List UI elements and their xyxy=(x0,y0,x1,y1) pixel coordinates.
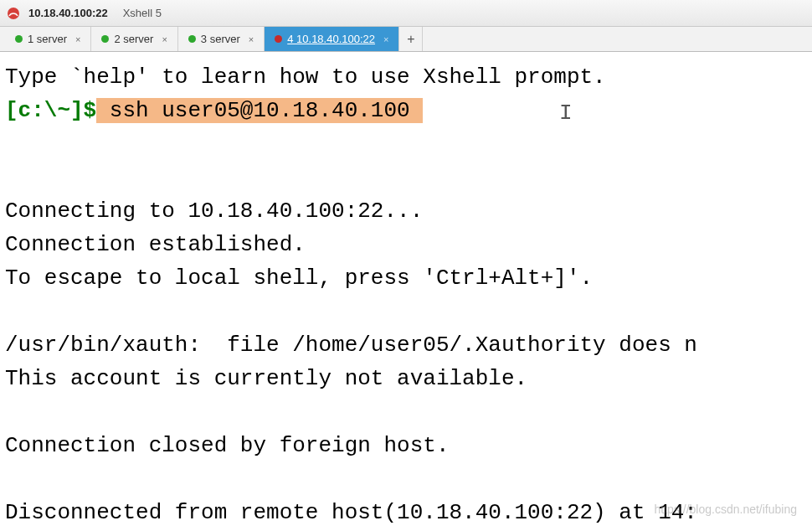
terminal-command-highlight: ssh user05@10.18.40.100 xyxy=(96,98,423,123)
app-icon xyxy=(7,7,20,20)
close-icon[interactable]: × xyxy=(383,34,388,44)
close-icon[interactable]: × xyxy=(162,34,167,44)
text-cursor-icon: I xyxy=(559,96,573,130)
status-dot-icon xyxy=(101,35,109,43)
status-dot-icon xyxy=(188,35,196,43)
tab-bar: 1 server × 2 server × 3 server × 4 10.18… xyxy=(0,27,812,52)
status-dot-icon xyxy=(275,35,282,43)
window-title: 10.18.40.100:22 xyxy=(28,7,108,19)
app-name-label: Xshell 5 xyxy=(123,7,162,19)
terminal-line: Type `help' to learn how to use Xshell p… xyxy=(5,64,606,90)
status-dot-icon xyxy=(15,35,23,43)
terminal-area[interactable]: Type `help' to learn how to use Xshell p… xyxy=(0,52,812,531)
tab-2-server[interactable]: 2 server × xyxy=(91,27,177,51)
close-icon[interactable]: × xyxy=(249,34,254,44)
tab-4-active[interactable]: 4 10.18.40.100:22 × xyxy=(265,27,399,51)
tab-1-server[interactable]: 1 server × xyxy=(5,27,91,51)
tab-3-server[interactable]: 3 server × xyxy=(178,27,265,51)
tab-label: 4 10.18.40.100:22 xyxy=(287,33,375,45)
tab-label: 3 server xyxy=(201,33,240,45)
terminal-output: Connecting to 10.18.40.100:22... Connect… xyxy=(5,198,697,525)
tab-label: 2 server xyxy=(114,33,153,45)
watermark-text: https://blog.csdn.net/ifubing xyxy=(655,492,797,526)
terminal-prompt: [c:\~]$ xyxy=(5,98,96,123)
new-tab-button[interactable]: + xyxy=(399,27,423,51)
tab-label: 1 server xyxy=(28,33,67,45)
titlebar: 10.18.40.100:22 Xshell 5 xyxy=(0,0,812,27)
close-icon[interactable]: × xyxy=(75,34,80,44)
